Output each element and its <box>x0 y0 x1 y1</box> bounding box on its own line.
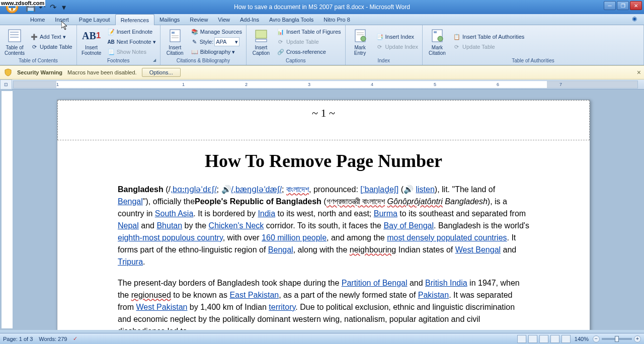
qat-dropdown-icon[interactable]: ▾ <box>59 3 68 12</box>
svg-point-20 <box>438 36 443 41</box>
minimize-button[interactable]: ─ <box>604 1 616 10</box>
cross-reference-button[interactable]: 🔗Cross-reference <box>275 47 343 57</box>
zoom-in-button[interactable]: + <box>634 335 641 342</box>
svg-rect-3 <box>9 6 16 8</box>
footnotes-dialog-launcher[interactable]: ◢ <box>153 58 159 64</box>
page-container[interactable]: ~ 1 ~ How To Remove Page Number Banglade… <box>14 90 644 330</box>
update-index-icon: ⟳ <box>376 43 384 51</box>
redo-icon[interactable]: ↷ <box>48 3 57 12</box>
group-index: Mark Entry 📑Insert Index ⟳Update Index I… <box>346 25 423 65</box>
insert-endnote-button[interactable]: 📝Insert Endnote <box>105 27 158 37</box>
svg-rect-9 <box>172 32 175 34</box>
tab-avro-bangla[interactable]: Avro Bangla Tools <box>264 14 318 25</box>
bibliography-button[interactable]: 📖Bibliography ▾ <box>189 47 244 57</box>
svg-rect-4 <box>9 30 21 42</box>
watermark: www.zdsoft.com <box>0 0 45 6</box>
tab-nitro-pro[interactable]: Nitro Pro 8 <box>318 14 355 25</box>
mark-entry-label: Mark Entry <box>354 45 366 56</box>
status-bar: Page: 1 of 3 Words: 279 ✓ 140% − + <box>0 333 644 344</box>
ruler-corner[interactable]: ⊡ <box>0 79 12 90</box>
view-web-layout[interactable] <box>539 335 548 343</box>
mark-entry-button[interactable]: Mark Entry <box>348 26 373 57</box>
document-area: ~ 1 ~ How To Remove Page Number Banglade… <box>0 90 644 330</box>
footnote-label: Insert Footnote <box>82 45 101 56</box>
citation-icon <box>167 28 183 44</box>
insert-footnote-button[interactable]: AB1 Insert Footnote <box>79 26 104 57</box>
view-full-screen[interactable] <box>528 335 537 343</box>
toc-label: Table of Contents <box>5 45 25 56</box>
next-footnote-button[interactable]: ABNext Footnote ▾ <box>105 37 158 47</box>
group-label-citations: Citations & Bibliography <box>163 57 244 64</box>
bibliography-icon: 📖 <box>191 48 199 56</box>
mark-citation-button[interactable]: Mark Citation <box>425 26 450 57</box>
window-title: How to save a document in MS 2007 part 8… <box>234 4 410 11</box>
zoom-out-button[interactable]: − <box>593 335 600 342</box>
caption-icon <box>253 28 269 44</box>
tab-home[interactable]: Home <box>25 14 50 25</box>
security-options-button[interactable]: Options... <box>142 68 181 77</box>
svg-point-17 <box>361 36 366 41</box>
spell-check-icon[interactable]: ✓ <box>73 335 77 342</box>
update-table-button[interactable]: ⟳Update Table <box>28 42 74 52</box>
add-text-icon: ➕ <box>30 33 38 41</box>
svg-rect-13 <box>256 39 267 42</box>
update-toa-icon: ⟳ <box>453 43 461 51</box>
page[interactable]: ~ 1 ~ How To Remove Page Number Banglade… <box>57 100 590 330</box>
tab-page-layout[interactable]: Page Layout <box>74 14 115 25</box>
caption-label: Insert Caption <box>253 45 270 56</box>
figures-icon: 📊 <box>277 28 285 36</box>
security-close-button[interactable]: × <box>637 68 641 76</box>
group-citations: Insert Citation 📚Manage Sources ✎ Style:… <box>160 25 247 65</box>
insert-citation-button[interactable]: Insert Citation <box>163 26 188 57</box>
horizontal-ruler[interactable]: 1 1 2 3 4 5 6 7 <box>13 80 638 89</box>
toc-icon <box>7 28 23 44</box>
mark-citation-label: Mark Citation <box>429 45 446 56</box>
status-words[interactable]: Words: 279 <box>39 336 67 342</box>
tab-review[interactable]: Review <box>185 14 213 25</box>
zoom-level[interactable]: 140% <box>575 336 589 342</box>
insert-toa-button[interactable]: 📋Insert Table of Authorities <box>451 32 526 42</box>
insert-caption-button[interactable]: Insert Caption <box>249 26 274 57</box>
next-footnote-icon: AB <box>107 38 115 46</box>
update-toa-button: ⟳Update Table <box>451 42 526 52</box>
style-select[interactable]: APA▾ <box>214 37 239 46</box>
show-notes-button: 📃Show Notes <box>105 47 158 57</box>
insert-index-button[interactable]: 📑Insert Index <box>374 32 420 42</box>
maximize-button[interactable]: ❐ <box>617 1 629 10</box>
insert-index-icon: 📑 <box>376 33 384 41</box>
view-print-layout[interactable] <box>517 335 526 343</box>
manage-sources-button[interactable]: 📚Manage Sources <box>189 27 244 37</box>
help-icon[interactable]: ◉ <box>632 15 640 23</box>
zoom-slider[interactable] <box>602 338 632 340</box>
mark-entry-icon <box>352 28 368 44</box>
titlebar: 💾 ↶ ↷ ▾ How to save a document in MS 200… <box>0 0 644 14</box>
group-label-footnotes: Footnotes <box>79 57 158 64</box>
svg-rect-19 <box>434 31 437 33</box>
security-warning-message: Macros have been disabled. <box>67 69 137 75</box>
insert-table-figures-button[interactable]: 📊Insert Table of Figures <box>275 27 343 37</box>
close-button[interactable]: ✕ <box>630 1 642 10</box>
tab-references[interactable]: References <box>115 14 154 25</box>
insert-toa-icon: 📋 <box>453 33 461 41</box>
document-body[interactable]: Bangladesh (/ˌbɑːŋɡləˈdɛʃ/; 🔊/ˌbæŋɡləˈdæ… <box>118 184 529 330</box>
view-draft[interactable] <box>561 335 571 343</box>
mark-citation-icon <box>429 28 445 44</box>
ribbon: Table of Contents ➕Add Text ▾ ⟳Update Ta… <box>0 25 644 65</box>
tab-add-ins[interactable]: Add-Ins <box>235 14 264 25</box>
update-index-button: ⟳Update Index <box>374 42 420 52</box>
page-header: ~ 1 ~ <box>57 100 590 140</box>
ribbon-tabs: Home Insert Page Layout References Maili… <box>0 14 644 25</box>
tab-view[interactable]: View <box>213 14 235 25</box>
security-warning-bar: Security Warning Macros have been disabl… <box>0 65 644 79</box>
tab-mailings[interactable]: Mailings <box>154 14 185 25</box>
view-outline[interactable] <box>550 335 559 343</box>
status-page[interactable]: Page: 1 of 3 <box>3 336 33 342</box>
ruler-area: ⊡ 1 1 2 3 4 5 6 7 <box>0 79 644 90</box>
add-text-button[interactable]: ➕Add Text ▾ <box>28 32 74 42</box>
vertical-ruler[interactable] <box>1 91 13 329</box>
endnote-icon: 📝 <box>107 28 115 36</box>
update-icon: ⟳ <box>30 43 38 51</box>
group-footnotes: AB1 Insert Footnote 📝Insert Endnote ABNe… <box>77 25 160 65</box>
tab-insert[interactable]: Insert <box>50 14 74 25</box>
table-of-contents-button[interactable]: Table of Contents <box>2 26 27 57</box>
